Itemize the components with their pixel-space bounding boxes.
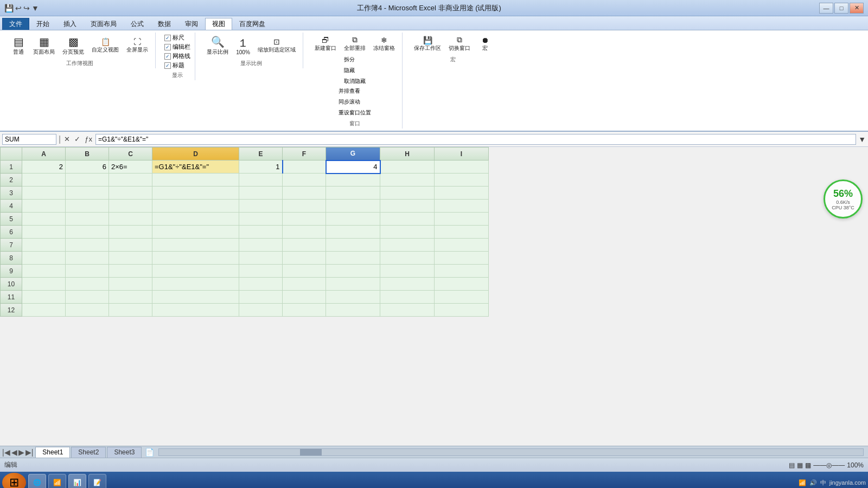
cell-F8[interactable] [283,252,326,265]
cell-I8[interactable] [435,252,489,265]
row-header-7[interactable]: 7 [1,239,22,252]
name-box-input[interactable] [2,134,56,145]
zoom-100-button[interactable]: １ 100% [233,35,253,57]
cell-F9[interactable] [283,265,326,278]
row-header-2[interactable]: 2 [1,174,22,187]
tab-data[interactable]: 数据 [151,18,178,30]
col-header-F[interactable]: F [283,147,326,160]
cell-H1[interactable] [380,160,435,174]
cell-C4[interactable] [109,200,152,213]
cell-H7[interactable] [380,239,435,252]
taskbar-app-word[interactable]: 📝 [88,474,106,488]
col-header-G[interactable]: G [326,147,380,160]
cell-F2[interactable] [283,174,326,187]
cell-B12[interactable] [66,304,109,317]
formula-expand-button[interactable]: ▼ [858,135,866,144]
tab-formula[interactable]: 公式 [124,18,151,30]
cell-B4[interactable] [66,200,109,213]
cell-B5[interactable] [66,213,109,226]
customize-icon[interactable]: ▼ [31,4,39,12]
tab-view[interactable]: 视图 [205,18,232,30]
save-workspace-button[interactable]: 💾 保存工作区 [411,34,444,54]
cell-C1[interactable]: 2×6= [109,160,152,174]
col-header-E[interactable]: E [239,147,283,160]
cell-F7[interactable] [283,239,326,252]
cell-D12[interactable] [152,304,239,317]
tab-page-layout[interactable]: 页面布局 [84,18,124,30]
sheet-tab-sheet1[interactable]: Sheet1 [35,447,70,458]
cell-G9[interactable] [326,265,380,278]
side-by-side-button[interactable]: 并排查看 [336,86,373,96]
cell-B2[interactable] [66,174,109,187]
view-page-layout-button[interactable]: ▦ 页面布局 [30,34,58,57]
cell-E4[interactable] [239,200,283,213]
cell-E1[interactable]: 1 [239,160,283,174]
cell-D6[interactable] [152,226,239,239]
cell-I7[interactable] [435,239,489,252]
cell-B9[interactable] [66,265,109,278]
cell-F3[interactable] [283,187,326,200]
cell-G11[interactable] [326,291,380,304]
cell-I3[interactable] [435,187,489,200]
zoom-selection-button[interactable]: ⊡ 缩放到选定区域 [255,36,298,55]
row-header-1[interactable]: 1 [1,160,22,174]
gridlines-checkbox[interactable]: ✓ 网格线 [164,52,190,60]
formula-function-button[interactable]: ƒx [84,135,93,143]
arrange-all-button[interactable]: ⧉ 全部重排 [341,34,368,54]
cell-A10[interactable] [22,278,66,291]
ruler-checkbox[interactable]: ✓ 标尺 [164,34,190,42]
cell-E9[interactable] [239,265,283,278]
cell-A9[interactable] [22,265,66,278]
custom-views-button[interactable]: 📋 自定义视图 [89,36,122,55]
cell-B10[interactable] [66,278,109,291]
taskbar-app-ie[interactable]: 🌐 [28,474,46,488]
cell-C10[interactable] [109,278,152,291]
sheet-nav-next[interactable]: ▶ [18,448,24,457]
cell-I1[interactable] [435,160,489,174]
cell-A3[interactable] [22,187,66,200]
cell-B6[interactable] [66,226,109,239]
cell-G8[interactable] [326,252,380,265]
close-button[interactable]: ✕ [850,3,864,14]
cell-A11[interactable] [22,291,66,304]
sync-scroll-button[interactable]: 同步滚动 [336,97,373,107]
network-icon[interactable]: 📶 [799,479,806,486]
cell-E11[interactable] [239,291,283,304]
tab-file[interactable]: 文件 [2,18,29,30]
cell-B11[interactable] [66,291,109,304]
cell-E10[interactable] [239,278,283,291]
cell-H8[interactable] [380,252,435,265]
cell-D4[interactable] [152,200,239,213]
cell-F1[interactable] [283,160,326,174]
cell-G5[interactable] [326,213,380,226]
cell-C8[interactable] [109,252,152,265]
view-normal-btn[interactable]: ▤ [789,461,795,469]
cell-B8[interactable] [66,252,109,265]
cell-E5[interactable] [239,213,283,226]
ime-indicator[interactable]: 中 [820,479,826,487]
cell-H5[interactable] [380,213,435,226]
cell-I12[interactable] [435,304,489,317]
cell-C5[interactable] [109,213,152,226]
view-break-btn[interactable]: ▩ [805,461,811,469]
save-icon[interactable]: 💾 [4,4,14,12]
hide-button[interactable]: 隐藏 [342,66,368,75]
cell-E7[interactable] [239,239,283,252]
sheet-nav-first[interactable]: |◀ [2,448,10,457]
cell-I4[interactable] [435,200,489,213]
fullscreen-button[interactable]: ⛶ 全屏显示 [124,36,151,55]
cell-H10[interactable] [380,278,435,291]
freeze-panes-button[interactable]: ❄ 冻结窗格 [371,34,398,54]
col-header-I[interactable]: I [435,147,489,160]
cell-A5[interactable] [22,213,66,226]
cell-G1[interactable]: 4 [326,160,380,174]
cell-C11[interactable] [109,291,152,304]
cell-D1[interactable]: =G1&"÷"&E1&"=" [152,160,239,174]
cell-E12[interactable] [239,304,283,317]
row-header-11[interactable]: 11 [1,291,22,304]
cell-H12[interactable] [380,304,435,317]
row-header-5[interactable]: 5 [1,213,22,226]
taskbar-app-excel[interactable]: 📊 [68,474,86,488]
cell-B1[interactable]: 6 [66,160,109,174]
cell-C9[interactable] [109,265,152,278]
